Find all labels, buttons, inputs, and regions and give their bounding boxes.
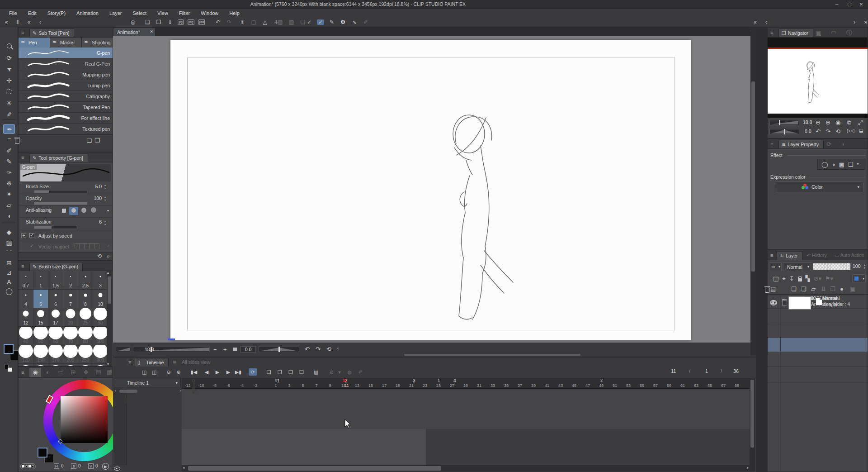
layer-opacity-slider[interactable] bbox=[813, 263, 851, 270]
color-set-tab[interactable]: ⊞ bbox=[67, 368, 79, 377]
all-sides-view-tab[interactable]: ◙ All sides view bbox=[171, 358, 215, 367]
brush-size-50[interactable]: 50 bbox=[33, 327, 48, 345]
eraser-tool[interactable]: ▱ bbox=[3, 200, 15, 210]
scroll-left-icon[interactable]: ◂ bbox=[183, 466, 184, 470]
nav-zoom-reset-icon[interactable]: ◉ bbox=[835, 119, 840, 125]
zoom-value[interactable]: 18.8 bbox=[145, 347, 154, 352]
brush-size-15[interactable]: 15 bbox=[33, 308, 48, 327]
scroll-right-icon[interactable]: ▸ bbox=[747, 466, 749, 470]
panel-menu-icon[interactable]: ≡ bbox=[770, 141, 773, 147]
tl-cel-link-icon[interactable]: ⊘ bbox=[327, 368, 335, 376]
curve-tool[interactable]: ⌒ bbox=[3, 248, 15, 258]
toolbar-new-document-icon[interactable]: ❏ bbox=[144, 19, 151, 25]
blend-tool[interactable]: ◖ bbox=[3, 211, 15, 221]
sub-tool-item-mapping-pen[interactable]: Mapping pen bbox=[19, 69, 113, 80]
hsv-h-icon[interactable]: H bbox=[54, 463, 59, 469]
hsv-v-icon[interactable]: V bbox=[88, 463, 94, 469]
apply-mask-icon[interactable]: ▣ bbox=[850, 286, 855, 292]
menu-edit[interactable]: Edit bbox=[23, 9, 42, 17]
right-dock-divider[interactable] bbox=[756, 27, 767, 472]
new-raster-layer-icon[interactable]: ❏ bbox=[791, 286, 797, 292]
sub-tool-group-tab-marker[interactable]: ✒Marker bbox=[50, 38, 82, 48]
menu-layer[interactable]: Layer bbox=[104, 9, 127, 17]
sub-tool-group-tab-pen[interactable]: ✒Pen bbox=[19, 38, 50, 48]
toolbar-clip-studio-icon[interactable]: ◎ bbox=[129, 19, 137, 25]
enable-mask-icon[interactable]: ⊘▾ bbox=[814, 276, 821, 281]
aa-medium-button[interactable] bbox=[79, 207, 88, 215]
layer-row-4[interactable]: 100 % Normal4 bbox=[768, 309, 868, 323]
nib-pen-tool[interactable]: ✑ bbox=[3, 167, 15, 177]
frame-border-tool[interactable]: ⊞ bbox=[3, 258, 15, 268]
toolbar-expand-right-2-icon[interactable]: » bbox=[862, 19, 868, 25]
polyline-tool[interactable]: ⊿ bbox=[3, 267, 15, 277]
paper-thumbnail[interactable] bbox=[788, 296, 811, 310]
toolbar-correct-line-1-icon[interactable]: ✓ bbox=[306, 19, 313, 25]
information-tab-icon[interactable]: ⓘ bbox=[846, 30, 852, 36]
nav-zoom-in-icon[interactable]: ⊕ bbox=[826, 119, 830, 125]
menu-file[interactable]: File bbox=[4, 9, 23, 17]
panel-menu-icon[interactable]: ≡ bbox=[770, 30, 773, 35]
tl-prev-frame-icon[interactable]: ◀ bbox=[203, 368, 211, 376]
delete-layer-icon[interactable] bbox=[765, 288, 769, 293]
fill-tool[interactable]: ◆ bbox=[3, 227, 15, 237]
brush-size-7[interactable]: 7 bbox=[63, 290, 78, 308]
opacity-slider[interactable] bbox=[34, 202, 87, 205]
sv-cursor[interactable] bbox=[58, 439, 62, 443]
brush-size-partial[interactable] bbox=[48, 364, 63, 366]
toolbar-snap-off-icon[interactable]: ▢ bbox=[250, 19, 257, 25]
animation-tab-icon[interactable]: ⟳ bbox=[826, 141, 831, 147]
vector-magnet-presets[interactable] bbox=[75, 243, 100, 249]
brush-size-scrollbar[interactable]: ▴ ▾ bbox=[107, 271, 112, 366]
hatching-tool[interactable]: ≡ bbox=[3, 135, 15, 145]
lock-layer-icon[interactable] bbox=[798, 278, 802, 281]
pen-tool[interactable]: ✒ bbox=[3, 124, 15, 134]
brush-size-30[interactable]: 30 bbox=[93, 308, 107, 327]
layer-color-dropdown[interactable]: ▾ bbox=[852, 274, 866, 282]
palette-scroll-right-icon[interactable]: › bbox=[180, 389, 181, 392]
brush-size-spinner[interactable]: ▴▾ bbox=[103, 184, 107, 190]
sub-tool-group-tab-shooting[interactable]: ✒Shooting bbox=[82, 38, 113, 48]
tl-play-icon[interactable]: ▶ bbox=[213, 368, 222, 376]
layer-checkbox[interactable] bbox=[782, 300, 787, 305]
toolbar-save-document-icon[interactable]: ⇓ bbox=[166, 19, 174, 25]
layer-tab[interactable]: ≋Layer bbox=[777, 251, 802, 260]
vector-magnet-check[interactable]: ✓ bbox=[30, 243, 34, 248]
palette-dropdown[interactable]: ▭▾ bbox=[769, 262, 782, 271]
transfer-layer-icon[interactable]: ⇊ bbox=[821, 286, 826, 292]
text-tool[interactable]: A bbox=[3, 277, 15, 287]
register-settings-icon[interactable]: ⌕ bbox=[107, 253, 110, 259]
tl-next-frame-icon[interactable]: ▶ bbox=[224, 368, 232, 376]
clip-at-layer-below-icon[interactable]: ◫ bbox=[773, 276, 778, 281]
hsv-s-icon[interactable]: S bbox=[71, 463, 76, 469]
navigator-preview[interactable] bbox=[768, 49, 868, 114]
brush-size-partial[interactable] bbox=[33, 364, 48, 366]
rotation-value[interactable]: 0.0 bbox=[241, 346, 256, 353]
minimize-button[interactable]: ─ bbox=[831, 1, 843, 8]
timeline-hscrollbar[interactable]: ◂ ▸ bbox=[182, 465, 750, 472]
brush-size-tab[interactable]: ✎Brush size [G-pen] bbox=[29, 262, 83, 271]
brush-size-2.5[interactable]: 2.5 bbox=[78, 271, 93, 290]
color-swatch-strip[interactable] bbox=[20, 463, 36, 469]
toolbar-export-png-icon[interactable]: png bbox=[188, 19, 194, 25]
expression-color-select[interactable]: Color ▾ bbox=[775, 181, 863, 192]
toolbar-back-icon[interactable]: ‹ bbox=[37, 19, 44, 25]
aa-none-button[interactable] bbox=[59, 207, 68, 215]
toolbar-wheel-gadget-icon[interactable]: ❂ bbox=[340, 19, 347, 25]
toolbar-collapse-left-icon[interactable]: « bbox=[3, 19, 10, 25]
brush-size-20[interactable]: 20 bbox=[63, 308, 78, 327]
menu-filter[interactable]: Filter bbox=[174, 9, 195, 17]
brush-size-8[interactable]: 8 bbox=[78, 290, 93, 308]
brush-size-4[interactable]: 4 bbox=[19, 290, 33, 308]
brush-size-2[interactable]: 2 bbox=[63, 271, 78, 290]
stabilization-spinner[interactable]: ▴▾ bbox=[103, 220, 107, 226]
scroll-down-icon[interactable]: ▾ bbox=[107, 362, 109, 366]
brush-size-12[interactable]: 12 bbox=[19, 308, 33, 327]
brush-size-partial[interactable] bbox=[19, 364, 33, 366]
nav-rotate-reset-icon[interactable]: ⟲ bbox=[835, 129, 840, 134]
navigator-tab[interactable]: ❐Navigator bbox=[778, 29, 813, 37]
history-tab[interactable]: ↶ History bbox=[807, 253, 827, 258]
menu-help[interactable]: Help bbox=[224, 9, 245, 17]
tl-tl-zoom-in-icon[interactable]: ⊕ bbox=[175, 368, 183, 376]
brush-size-6[interactable]: 6 bbox=[48, 290, 63, 308]
zoom-in-icon[interactable]: + bbox=[223, 347, 227, 353]
